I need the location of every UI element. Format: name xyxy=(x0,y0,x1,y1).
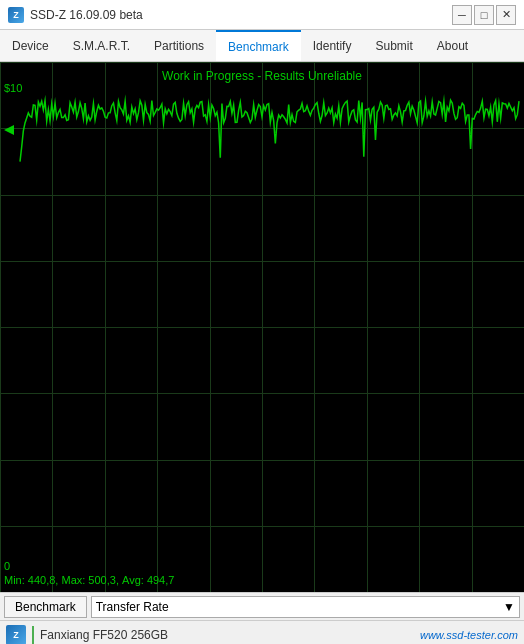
menu-item-device[interactable]: Device xyxy=(0,30,61,61)
window-controls: ─ □ ✕ xyxy=(452,5,516,25)
status-bar: Z Fanxiang FF520 256GB www.ssd-tester.co… xyxy=(0,620,524,644)
close-button[interactable]: ✕ xyxy=(496,5,516,25)
title-bar-left: Z SSD-Z 16.09.09 beta xyxy=(8,7,143,23)
status-left: Z Fanxiang FF520 256GB xyxy=(6,625,168,645)
chart-area xyxy=(0,62,524,592)
bottom-bar: Benchmark Transfer Rate ▼ xyxy=(0,592,524,620)
menu-item-submit[interactable]: Submit xyxy=(363,30,424,61)
maximize-button[interactable]: □ xyxy=(474,5,494,25)
benchmark-canvas xyxy=(0,62,524,592)
website-url: www.ssd-tester.com xyxy=(420,629,518,641)
device-name: Fanxiang FF520 256GB xyxy=(40,628,168,642)
benchmark-button[interactable]: Benchmark xyxy=(4,596,87,618)
menu-item-smart[interactable]: S.M.A.R.T. xyxy=(61,30,142,61)
menu-item-identify[interactable]: Identify xyxy=(301,30,364,61)
minimize-button[interactable]: ─ xyxy=(452,5,472,25)
dropdown-label: Transfer Rate xyxy=(96,600,169,614)
menu-item-benchmark[interactable]: Benchmark xyxy=(216,30,301,61)
dropdown-arrow-icon: ▼ xyxy=(503,600,515,614)
transfer-rate-dropdown[interactable]: Transfer Rate ▼ xyxy=(91,596,520,618)
menu-item-partitions[interactable]: Partitions xyxy=(142,30,216,61)
window-title: SSD-Z 16.09.09 beta xyxy=(30,8,143,22)
status-separator xyxy=(32,626,34,644)
title-bar: Z SSD-Z 16.09.09 beta ─ □ ✕ xyxy=(0,0,524,30)
status-app-icon: Z xyxy=(6,625,26,645)
menu-bar: Device S.M.A.R.T. Partitions Benchmark I… xyxy=(0,30,524,62)
app-icon: Z xyxy=(8,7,24,23)
menu-item-about[interactable]: About xyxy=(425,30,480,61)
